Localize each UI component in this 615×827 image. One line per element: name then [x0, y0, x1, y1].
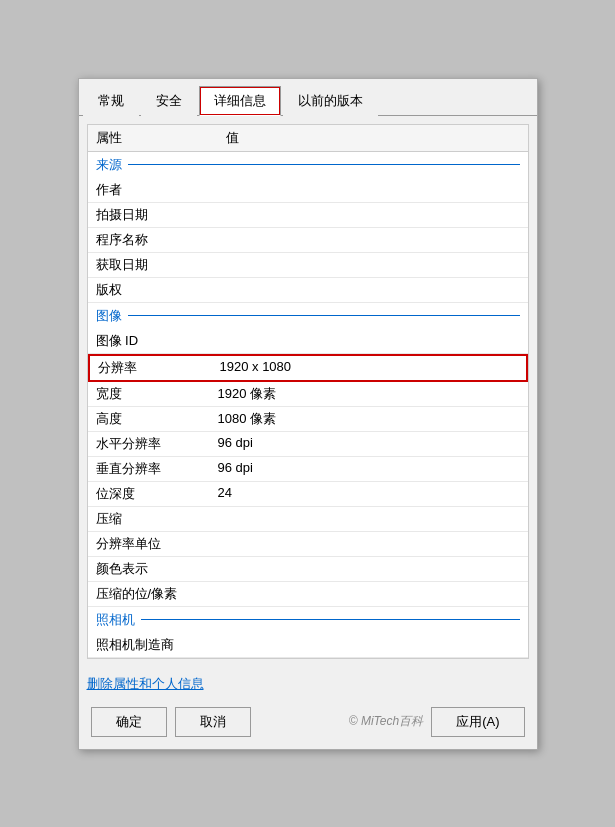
watermark: © MiTech百科: [349, 713, 423, 730]
tab-security[interactable]: 安全: [141, 86, 197, 116]
row-bit-depth: 位深度 24: [88, 482, 528, 507]
tab-previous[interactable]: 以前的版本: [283, 86, 378, 116]
row-resolution: 分辨率 1920 x 1080: [88, 354, 528, 382]
section-image: 图像: [88, 303, 528, 329]
apply-button[interactable]: 应用(A): [431, 707, 524, 737]
row-program-name: 程序名称: [88, 228, 528, 253]
row-acquire-date: 获取日期: [88, 253, 528, 278]
tab-details[interactable]: 详细信息: [199, 86, 281, 116]
row-height: 高度 1080 像素: [88, 407, 528, 432]
dialog: 常规 安全 详细信息 以前的版本 属性 值 来源 作者 拍摄日期 程序名称: [78, 78, 538, 750]
table-header: 属性 值: [88, 125, 528, 152]
bottom-area: 删除属性和个人信息: [79, 667, 537, 697]
row-camera-make: 照相机制造商: [88, 633, 528, 658]
row-author: 作者: [88, 178, 528, 203]
row-color-rep: 颜色表示: [88, 557, 528, 582]
row-capture-date: 拍摄日期: [88, 203, 528, 228]
row-compression: 压缩: [88, 507, 528, 532]
row-image-id: 图像 ID: [88, 329, 528, 354]
row-width: 宽度 1920 像素: [88, 382, 528, 407]
header-attr: 属性: [96, 129, 226, 147]
cancel-button[interactable]: 取消: [175, 707, 251, 737]
table-body[interactable]: 来源 作者 拍摄日期 程序名称 获取日期 版权 图像: [88, 152, 528, 658]
row-v-resolution: 垂直分辨率 96 dpi: [88, 457, 528, 482]
row-comp-bits: 压缩的位/像素: [88, 582, 528, 607]
delete-link[interactable]: 删除属性和个人信息: [87, 676, 204, 691]
row-h-resolution: 水平分辨率 96 dpi: [88, 432, 528, 457]
header-val: 值: [226, 129, 520, 147]
row-resolution-unit: 分辨率单位: [88, 532, 528, 557]
row-copyright: 版权: [88, 278, 528, 303]
properties-table-container: 属性 值 来源 作者 拍摄日期 程序名称 获取日期: [87, 124, 529, 659]
button-row: 确定 取消 © MiTech百科 应用(A): [79, 697, 537, 749]
section-source: 来源: [88, 152, 528, 178]
tab-bar: 常规 安全 详细信息 以前的版本: [79, 79, 537, 116]
tab-general[interactable]: 常规: [83, 86, 139, 116]
ok-button[interactable]: 确定: [91, 707, 167, 737]
section-camera: 照相机: [88, 607, 528, 633]
